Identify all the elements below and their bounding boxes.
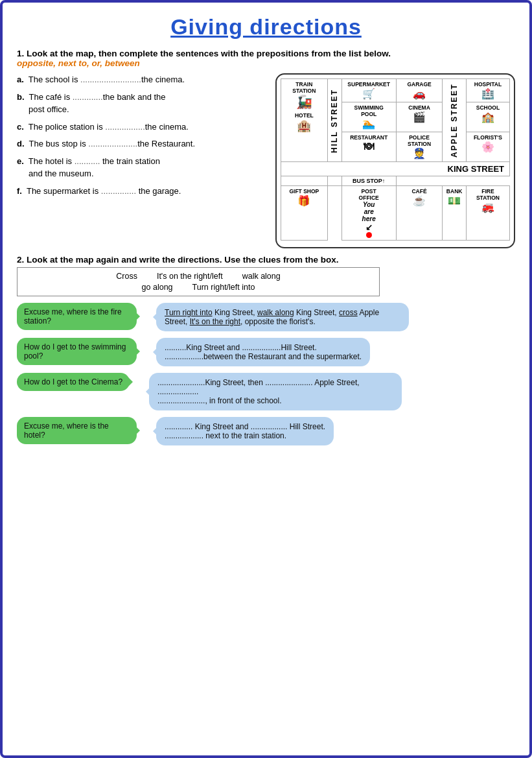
map-cell-train: TRAINSTATION 🚂 HOTEL 🏨: [281, 79, 328, 162]
map-cell-florists: FLORIST'S 🌸: [466, 132, 509, 162]
map-cell-post-office: POSTOFFICE Youarehere ↙: [341, 186, 396, 241]
king-street-label: KING STREET: [281, 162, 510, 176]
answer-bubble-4: ............. King Street and ..........…: [156, 417, 334, 445]
answer-bubble-3: ......................King Street, then …: [149, 373, 402, 410]
question-bubble-1: Excuse me, where is the fire station?: [17, 303, 137, 330]
map: TRAINSTATION 🚂 HOTEL 🏨 HILL STREET SUPER…: [275, 73, 515, 248]
dialog-row-2: How do I get to the swimming pool? .....…: [17, 338, 515, 366]
map-cell-fire-station: FIRESTATION 🚒: [466, 186, 509, 241]
clue-walk: walk along: [242, 272, 281, 281]
map-cell-cinema: CINEMA 🎬: [396, 102, 443, 132]
hill-street-label: HILL STREET: [327, 79, 341, 162]
map-cell-gift-shop: GIFT SHOP 🎁: [281, 186, 328, 241]
apple-street-label: APPLE STREET: [443, 79, 467, 162]
clue-cross: Cross: [116, 272, 137, 281]
question-bubble-4: Excuse me, where is the hotel?: [17, 417, 137, 444]
section1-label: 1. Look at the map, then complete the se…: [17, 49, 515, 68]
dialog-row-4: Excuse me, where is the hotel? .........…: [17, 417, 515, 445]
clue-go: go along: [142, 283, 173, 292]
sentence-a: a. The school is .......................…: [17, 73, 268, 86]
clues-box: Cross It's on the right/left walk along …: [17, 267, 380, 296]
page: Giving directions 1. Look at the map, th…: [0, 0, 532, 758]
section2: 2. Look at the map again and write the d…: [17, 255, 515, 445]
clue-turn: Turn right/left into: [192, 283, 255, 292]
map-cell-cafe: CAFÉ ☕: [396, 186, 443, 241]
sentence-c: c. The police station is ...............…: [17, 121, 268, 134]
map-cell-supermarket: SUPERMARKET 🛒: [341, 79, 396, 102]
sentence-d: d. The bus stop is .....................…: [17, 137, 268, 150]
section2-label: 2. Look at the map again and write the d…: [17, 255, 515, 265]
map-cell-school: SCHOOL 🏫: [466, 102, 509, 132]
prepositions-list: opposite, next to, or, between: [17, 58, 140, 68]
map-cell-garage: GARAGE 🚗: [396, 79, 443, 102]
map-cell-police: POLICESTATION 👮: [396, 132, 443, 162]
question-bubble-3: How do I get to the Cinema?: [17, 373, 130, 391]
page-title: Giving directions: [17, 14, 515, 40]
map-cell-pool: SWIMMINGPOOL 🏊: [341, 102, 396, 132]
sentences-list: a. The school is .......................…: [17, 73, 268, 248]
answer-bubble-2: ..........King Street and ..............…: [156, 338, 370, 366]
sentence-f: f. The supermarket is ............... th…: [17, 185, 268, 198]
dialog-row-1: Excuse me, where is the fire station? Tu…: [17, 303, 515, 331]
sentence-b: b. The café is .............the bank and…: [17, 91, 268, 116]
map-cell-bank: BANK 💵: [443, 186, 467, 241]
question-bubble-2: How do I get to the swimming pool?: [17, 338, 137, 365]
map-cell-hospital: HOSPITAL 🏥: [466, 79, 509, 102]
bus-stop-label: BUS STOP↑: [341, 176, 396, 186]
dialog-row-3: How do I get to the Cinema? ............…: [17, 373, 515, 410]
clue-right-left: It's on the right/left: [157, 272, 223, 281]
answer-bubble-1: Turn right into King Street, walk along …: [156, 303, 409, 331]
sentence-e: e. The hotel is ........... the train st…: [17, 155, 268, 180]
map-cell-restaurant: RESTAURANT 🍽: [341, 132, 396, 162]
